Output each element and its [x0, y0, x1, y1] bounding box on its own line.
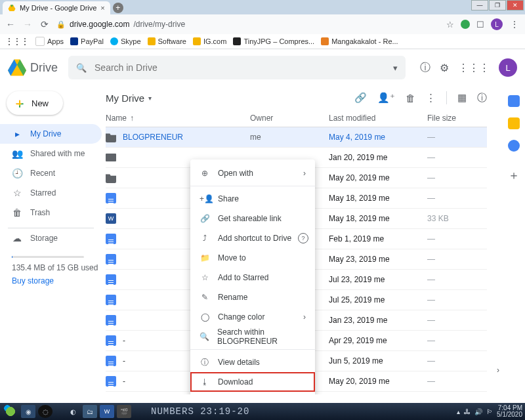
- get-link-icon[interactable]: 🔗: [354, 92, 367, 104]
- system-clock[interactable]: 7:04 PM 5/1/2020: [497, 405, 522, 418]
- apps-shortcut-icon[interactable]: ⋮⋮⋮: [5, 37, 29, 46]
- search-bar[interactable]: 🔍 ▾: [68, 56, 406, 79]
- col-modified[interactable]: Last modified: [329, 114, 427, 123]
- share-person-icon[interactable]: 👤⁺: [377, 92, 395, 104]
- file-size: —: [427, 356, 487, 366]
- sidebar-item-starred[interactable]: ☆Starred: [0, 183, 102, 203]
- menu-item-search-within-blogpreneur[interactable]: 🔍Search within BLOGPRENEUR: [190, 327, 315, 346]
- browser-chrome: My Drive - Google Drive × + — ❐ ✕ ← → ⟳ …: [0, 0, 525, 34]
- nav-icon: 🗑: [12, 207, 22, 218]
- col-name[interactable]: Name↑: [106, 114, 250, 123]
- sidebar-item-my-drive[interactable]: ▸My Drive: [0, 124, 102, 144]
- breadcrumb[interactable]: My Drive ▾: [106, 93, 152, 104]
- reload-button[interactable]: ⟳: [39, 19, 50, 30]
- search-input[interactable]: [93, 62, 387, 74]
- header-tools: ⓘ ⚙ ⋮⋮⋮ L: [420, 58, 517, 77]
- taskbar-chrome-icon[interactable]: ◉: [21, 405, 35, 418]
- minimize-button[interactable]: —: [471, 0, 488, 10]
- browser-tab-active[interactable]: My Drive - Google Drive ×: [3, 1, 110, 14]
- bookmark-item[interactable]: Skype: [110, 37, 141, 45]
- calendar-addon-icon[interactable]: [508, 95, 520, 107]
- taskbar-word-icon[interactable]: W: [100, 405, 114, 418]
- sidebar-item-trash[interactable]: 🗑Trash: [0, 203, 102, 222]
- maximize-button[interactable]: ❐: [489, 0, 506, 10]
- apps-grid-icon[interactable]: ⋮⋮⋮: [458, 62, 490, 74]
- background-tab[interactable]: [184, 1, 214, 14]
- scroll-right-icon[interactable]: ›: [497, 366, 499, 375]
- bookmark-item[interactable]: IG.com: [193, 37, 226, 45]
- tray-volume-icon[interactable]: 🔊: [474, 408, 482, 415]
- forward-button[interactable]: →: [22, 19, 33, 30]
- column-headers: Name↑ Owner Last modified File size: [106, 110, 487, 127]
- grid-view-icon[interactable]: ▦: [457, 92, 467, 104]
- bookmark-star-icon[interactable]: ☆: [446, 20, 454, 30]
- new-button[interactable]: ＋ New: [7, 91, 63, 115]
- tray-icon[interactable]: 🏳: [486, 408, 493, 415]
- menu-separator: [190, 349, 315, 350]
- menu-item-add-to-starred[interactable]: ☆Add to Starred: [190, 268, 315, 287]
- extension-icon[interactable]: [461, 20, 470, 29]
- addons-plus-icon[interactable]: ＋: [508, 167, 520, 183]
- menu-item-get-shareable-link[interactable]: 🔗Get shareable link: [190, 209, 315, 228]
- tray-icon[interactable]: ▴: [457, 408, 460, 415]
- background-tab[interactable]: [154, 1, 184, 14]
- taskbar-app-icon[interactable]: ◌: [38, 405, 52, 418]
- chrome-profile-avatar[interactable]: L: [491, 18, 503, 30]
- bookmark-item[interactable]: Software: [148, 37, 186, 45]
- side-rail: ＋: [503, 86, 525, 394]
- background-tab[interactable]: [123, 1, 154, 14]
- back-button[interactable]: ←: [5, 19, 16, 30]
- bookmark-item[interactable]: TinyJPG – Compres...: [233, 37, 314, 45]
- taskbar-window-title[interactable]: NUMBERS 23:19-20: [151, 406, 249, 417]
- bookmark-item[interactable]: Apps: [35, 37, 64, 46]
- menu-item-download[interactable]: ⭳Download: [190, 372, 315, 392]
- details-pane-icon[interactable]: ⓘ: [477, 92, 487, 104]
- menu-item-view-details[interactable]: ⓘView details: [190, 352, 315, 372]
- file-row[interactable]: BLOGPRENEURmeMay 4, 2019 me—: [106, 127, 487, 148]
- close-window-button[interactable]: ✕: [507, 0, 524, 10]
- menu-item-icon: ☆: [200, 273, 210, 282]
- menu-item-change-color[interactable]: ◯Change color›: [190, 307, 315, 327]
- chrome-menu-icon[interactable]: ⋮: [509, 19, 520, 30]
- settings-gear-icon[interactable]: ⚙: [440, 62, 449, 74]
- windows-taskbar: ◉ ◌ ◐ 🗂 W 🎬 NUMBERS 23:19-20 ▴ 🖧 🔊 🏳 7:0…: [0, 403, 525, 420]
- nav-icon: ▸: [12, 129, 22, 139]
- taskbar-app-icon[interactable]: ◐: [66, 405, 80, 418]
- sidebar-storage[interactable]: ☁ Storage: [0, 228, 102, 248]
- menu-item-open-with[interactable]: ⊕Open with›: [190, 163, 315, 183]
- taskbar-app-icon[interactable]: 🎬: [117, 405, 131, 418]
- menu-item-add-shortcut-to-drive[interactable]: ⤴Add shortcut to Drive?: [190, 228, 315, 248]
- url-field[interactable]: 🔒 drive.google.com/drive/my-drive: [56, 20, 440, 29]
- trash-icon[interactable]: 🗑: [406, 93, 415, 104]
- menu-item-share[interactable]: +👤Share: [190, 189, 315, 209]
- clock-date: 5/1/2020: [497, 411, 522, 418]
- more-actions-icon[interactable]: ⋮: [426, 92, 436, 104]
- help-icon[interactable]: ?: [298, 233, 308, 243]
- start-button[interactable]: [3, 404, 18, 419]
- search-options-icon[interactable]: ▾: [393, 63, 398, 73]
- tasks-addon-icon[interactable]: [508, 140, 520, 152]
- new-tab-button[interactable]: +: [113, 3, 123, 13]
- bookmark-item[interactable]: PayPal: [70, 37, 104, 45]
- translate-icon[interactable]: ☐: [476, 20, 484, 30]
- sidebar-item-shared-with-me[interactable]: 👥Shared with me: [0, 144, 102, 163]
- bookmark-item[interactable]: Mangakakalot - Re...: [321, 37, 398, 45]
- menu-item-icon: 🔍: [200, 332, 209, 341]
- col-size[interactable]: File size: [427, 114, 487, 123]
- file-size: 33 KB: [427, 214, 487, 223]
- taskbar-explorer-icon[interactable]: 🗂: [83, 405, 97, 418]
- menu-item-move-to[interactable]: 📁Move to: [190, 248, 315, 268]
- tab-close-icon[interactable]: ×: [100, 4, 104, 12]
- support-icon[interactable]: ⓘ: [420, 61, 430, 75]
- tray-icon[interactable]: 🖧: [464, 408, 471, 415]
- keep-addon-icon[interactable]: [508, 117, 520, 129]
- menu-item-rename[interactable]: ✎Rename: [190, 287, 315, 307]
- sidebar-item-recent[interactable]: 🕘Recent: [0, 163, 102, 183]
- buy-storage-link[interactable]: Buy storage: [0, 276, 102, 285]
- file-modified: May 23, 2019 me: [329, 255, 427, 264]
- drive-app: Drive 🔍 ▾ ⓘ ⚙ ⋮⋮⋮ L ＋ New ▸My Drive👥Shar…: [0, 49, 525, 394]
- account-avatar[interactable]: L: [499, 58, 517, 77]
- sort-asc-icon: ↑: [130, 114, 134, 123]
- drive-logo[interactable]: Drive: [8, 58, 58, 77]
- col-owner[interactable]: Owner: [250, 114, 329, 123]
